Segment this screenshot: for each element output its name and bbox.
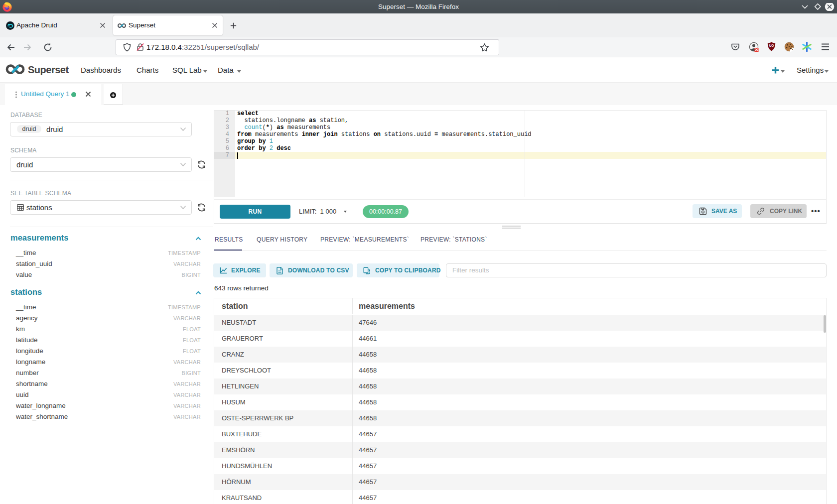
- svg-text:UO: UO: [769, 44, 774, 47]
